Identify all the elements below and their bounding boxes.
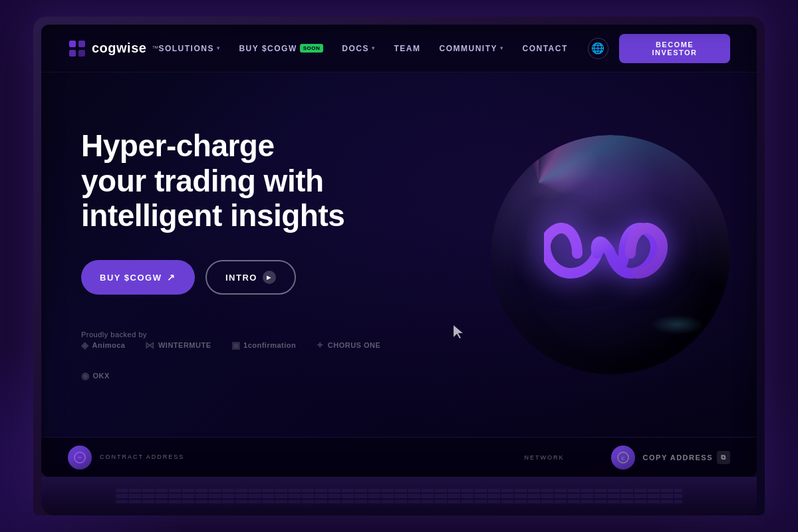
contract-address-label: CONTRACT ADDRESS	[100, 454, 184, 460]
cursor-icon	[454, 325, 464, 338]
backed-section: Proudly backed by ◈ Animoca ⋈ WINTERMUTE	[81, 328, 427, 381]
network-icon: E	[611, 446, 635, 469]
keyboard-row-2	[116, 494, 683, 497]
keyboard-row-1	[116, 489, 683, 492]
svg-rect-0	[69, 41, 76, 47]
nav-links: SOLUTIONS ▾ BUY $COGW SOON DOCS ▾ TEAM	[158, 44, 567, 53]
animoca-icon: ◈	[81, 340, 89, 350]
hero-content: Hyper-charge your trading with intellige…	[81, 128, 427, 382]
wintermute-icon: ⋈	[145, 340, 155, 350]
navbar: cogwise™ SOLUTIONS ▾ BUY $COGW SOON DOCS…	[41, 25, 757, 72]
backer-animoca: ◈ Animoca	[81, 340, 125, 350]
hero-section: Hyper-charge your trading with intellige…	[41, 72, 757, 437]
nav-team[interactable]: TEAM	[394, 44, 420, 53]
hero-title: Hyper-charge your trading with intellige…	[81, 128, 427, 234]
screen-content: cogwise™ SOLUTIONS ▾ BUY $COGW SOON DOCS…	[41, 25, 757, 477]
play-icon: ▶	[263, 271, 276, 284]
1confirmation-icon: ▣	[231, 340, 241, 350]
laptop-keyboard	[113, 486, 686, 506]
nav-right: 🌐 BECOME INVESTOR	[588, 34, 730, 63]
nav-solutions[interactable]: SOLUTIONS ▾	[158, 44, 220, 53]
contract-section: CONTRACT ADDRESS	[68, 446, 184, 469]
nav-community[interactable]: COMMUNITY ▾	[439, 44, 503, 53]
intro-button[interactable]: INTRO ▶	[205, 260, 296, 295]
orb-logo	[544, 200, 677, 309]
svg-rect-2	[69, 50, 76, 57]
backer-1confirmation: ▣ 1confirmation	[231, 340, 297, 350]
copy-icon: ⧉	[717, 451, 730, 464]
buy-cogw-button[interactable]: BUY $COGW ↗	[81, 260, 195, 295]
logo-text: cogwise	[92, 41, 146, 56]
laptop-frame: cogwise™ SOLUTIONS ▾ BUY $COGW SOON DOCS…	[33, 17, 765, 515]
nav-buy[interactable]: BUY $COGW SOON	[239, 44, 323, 53]
backers-list: ◈ Animoca ⋈ WINTERMUTE ▣ 1confirmation	[81, 340, 427, 381]
copy-section: E COPY ADDRESS ⧉	[611, 446, 730, 469]
network-label: NETWORK	[525, 454, 565, 461]
chevron-down-icon: ▾	[217, 45, 221, 51]
backer-okx: ◉ OKX	[81, 370, 110, 381]
logo-icon	[68, 39, 86, 58]
language-button[interactable]: 🌐	[588, 38, 608, 59]
orb-container	[491, 135, 730, 374]
keyboard-row-3	[116, 500, 683, 503]
svg-rect-1	[78, 41, 85, 47]
svg-text:E: E	[621, 456, 624, 462]
become-investor-button[interactable]: BECOME INVESTOR	[619, 34, 730, 63]
chevron-down-icon: ▾	[500, 45, 504, 51]
soon-badge: SOON	[300, 44, 324, 53]
hero-buttons: BUY $COGW ↗ INTRO ▶	[81, 260, 427, 295]
network-section: NETWORK	[525, 454, 565, 461]
logo-trademark: ™	[152, 45, 158, 52]
nav-contact[interactable]: CONTACT	[522, 44, 567, 53]
okx-icon: ◉	[81, 370, 90, 381]
bottom-bar: CONTRACT ADDRESS NETWORK E COPY ADDRESS	[41, 437, 757, 477]
backer-wintermute: ⋈ WINTERMUTE	[145, 340, 211, 350]
nav-docs[interactable]: DOCS ▾	[342, 44, 375, 53]
laptop-base	[41, 477, 757, 515]
chorus-one-icon: ✦	[316, 340, 325, 350]
logo: cogwise™	[68, 39, 158, 58]
copy-address-button[interactable]: COPY ADDRESS ⧉	[643, 451, 730, 464]
arrow-icon: ↗	[167, 272, 176, 283]
contract-icon	[68, 446, 92, 469]
backer-chorus-one: ✦ CHORUS ONE	[316, 340, 380, 350]
hero-orb	[491, 135, 730, 374]
chevron-down-icon: ▾	[372, 45, 376, 51]
laptop-screen: cogwise™ SOLUTIONS ▾ BUY $COGW SOON DOCS…	[41, 25, 757, 477]
svg-rect-3	[78, 50, 85, 57]
backed-label: Proudly backed by	[81, 331, 147, 338]
orb-highlight-2	[650, 315, 704, 334]
